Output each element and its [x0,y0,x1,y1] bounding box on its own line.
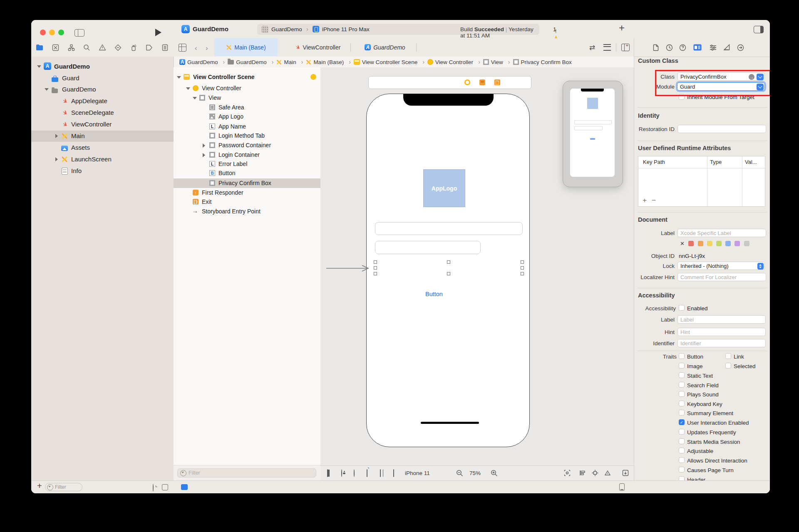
color-swatch-green[interactable] [716,241,722,246]
trait-checkbox-allows-direct-interaction[interactable] [679,457,685,463]
device-canvas-iphone[interactable]: AppLogo Button [366,94,530,447]
identity-inspector-icon-selected[interactable] [693,43,702,52]
file-row-viewcontroller[interactable]: ViewController [31,119,174,130]
embed-icon[interactable] [622,470,629,476]
outline-row-view-controller[interactable]: View Controller [174,84,320,93]
navigator-toggle-icon[interactable] [74,29,84,37]
report-navigator-icon[interactable] [161,43,169,52]
color-swatch-red[interactable] [688,241,694,246]
accessibility-enabled-checkbox[interactable] [679,305,685,311]
tab-viewcontroller[interactable]: ViewController [287,38,347,56]
remove-attribute-button[interactable]: − [652,196,656,205]
split-preview-icon[interactable] [380,470,381,477]
restoration-id-field[interactable] [677,125,766,133]
trait-checkbox-image[interactable] [679,363,685,369]
run-button[interactable] [155,29,161,36]
disclosure-triangle[interactable] [177,76,181,79]
add-tab-button[interactable] [619,22,625,34]
forward-navigation-icon[interactable]: › [206,44,208,52]
color-swatch-blue[interactable] [725,241,731,246]
text-field-1[interactable] [375,222,523,235]
size-inspector-icon[interactable] [722,43,731,52]
related-items-icon[interactable] [178,43,186,52]
first-responder-dock-icon[interactable] [479,79,485,85]
accessibility-hint-field[interactable]: Hint [677,328,766,336]
breakpoint-navigator-icon[interactable] [145,43,153,52]
device-bar-toggle-icon[interactable] [619,483,625,491]
align-icon[interactable] [579,470,586,476]
selection-handle[interactable] [447,272,450,275]
text-field-2[interactable] [375,241,481,254]
outline-row-safe-area[interactable]: Safe Area [174,103,320,112]
outline-row-scene[interactable]: View Controller Scene [174,72,320,82]
selection-handle[interactable] [521,260,524,264]
selection-handle[interactable] [521,266,524,270]
disclosure-triangle[interactable] [37,65,41,68]
trait-checkbox-plays-sound[interactable] [679,391,685,397]
trait-checkbox-button[interactable] [679,353,685,359]
close-window-button[interactable] [40,30,46,35]
orientation-icon[interactable] [367,470,367,477]
device-icon[interactable] [393,470,394,477]
outline-row-login-method-tab[interactable]: Login Method Tab [174,131,320,141]
debug-navigator-icon[interactable] [129,43,138,52]
add-constraints-icon[interactable] [592,470,598,476]
trait-checkbox-selected[interactable] [725,363,731,369]
add-attribute-button[interactable]: + [643,196,647,205]
file-row-info-plist[interactable]: Info [31,166,174,177]
selection-handle[interactable] [374,266,377,270]
breadcrumb-scene[interactable]: View Controller Scene [354,59,427,65]
selection-handle[interactable] [374,260,377,264]
test-navigator-icon[interactable] [114,43,122,52]
add-editor-icon[interactable] [621,43,630,52]
scheme-name[interactable]: GuardDemo [271,26,302,32]
trait-checkbox-keyboard-key[interactable] [679,401,685,406]
outline-row-first-responder[interactable]: First Responder [174,188,320,198]
disclosure-triangle[interactable] [186,87,190,90]
clear-color-icon[interactable]: ✕ [680,240,685,247]
selection-handle[interactable] [447,260,450,264]
button-label[interactable]: Button [425,291,443,297]
lock-stepper-icon[interactable] [757,263,764,270]
zoom-in-icon[interactable] [491,470,498,477]
outline-row-error-label[interactable]: Error Label [174,159,320,169]
zoom-window-button[interactable] [58,30,64,35]
outline-row-view[interactable]: View [174,93,320,103]
history-inspector-icon[interactable] [665,43,673,52]
file-row-appdelegate[interactable]: AppDelegate [31,96,174,107]
disclosure-triangle[interactable] [203,144,205,148]
file-inspector-icon[interactable] [652,43,660,52]
trait-checkbox-adjustable[interactable] [679,448,685,453]
tab-main-storyboard[interactable]: Main (Base) [214,38,278,56]
accessibility-label-field[interactable]: Label [677,315,766,324]
warning-count[interactable]: 1 [553,26,556,32]
selection-handle[interactable] [374,272,377,275]
file-row-guard-framework[interactable]: Guard [31,73,174,84]
breadcrumb-main[interactable]: Main [276,59,306,65]
disclosure-triangle[interactable] [55,134,58,138]
breadcrumb-project[interactable]: GuardDemo [179,59,228,65]
outline-row-exit[interactable]: Exit [174,197,320,207]
accessibility-preview-icon[interactable] [341,470,342,477]
zoom-out-icon[interactable] [456,470,463,477]
color-swatch-orange[interactable] [698,241,703,246]
file-row-scenedelegate[interactable]: SceneDelegate [31,107,174,119]
accessibility-identifier-field[interactable]: Identifier [677,339,766,347]
color-swatch-purple[interactable] [734,241,740,246]
app-logo-image-view[interactable]: AppLogo [423,169,465,207]
back-navigation-icon[interactable]: ‹ [195,44,197,52]
run-destination-name[interactable]: iPhone 11 Pro Max [322,26,370,32]
breadcrumb-privacy-confirm-box[interactable]: Privacy Confirm Box [513,59,572,65]
help-inspector-icon[interactable] [678,43,687,52]
storyboard-indicator[interactable] [181,484,188,490]
disclosure-triangle[interactable] [45,88,49,91]
connections-inspector-icon[interactable] [736,43,744,52]
exit-dock-icon[interactable] [494,79,500,85]
breadcrumb-group[interactable]: GuardDemo [228,59,276,65]
outline-row-login-container[interactable]: Login Container [174,150,320,160]
disclosure-triangle[interactable] [203,153,205,157]
resolve-autolayout-icon[interactable] [604,470,611,476]
breadcrumb-view[interactable]: View [483,59,513,65]
view-controller-dock-icon[interactable] [464,79,470,85]
breadcrumb-view-controller[interactable]: View Controller [427,59,483,65]
